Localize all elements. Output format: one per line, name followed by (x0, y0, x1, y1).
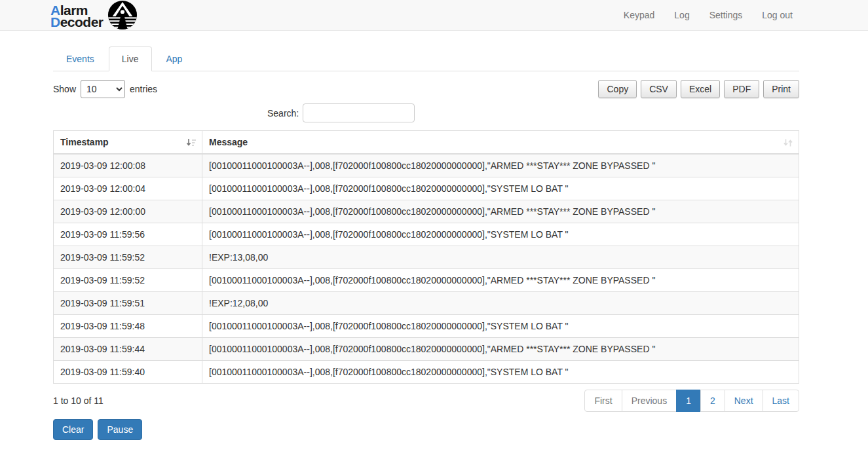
pagination-info: 1 to 10 of 11 (53, 395, 104, 406)
message-cell: [00100011000100003A--],008,[f702000f1008… (202, 177, 799, 200)
pagination-last[interactable]: Last (763, 390, 799, 412)
copy-button[interactable]: Copy (598, 80, 637, 98)
timestamp-cell: 2019-03-09 11:59:52 (54, 269, 202, 292)
pagination-next[interactable]: Next (725, 390, 763, 412)
view-tabs: Events Live App (53, 46, 799, 71)
pagination-page-1[interactable]: 1 (676, 390, 701, 412)
search-input[interactable] (303, 103, 415, 122)
clear-button[interactable]: Clear (53, 419, 93, 440)
navbar-menu: Keypad Log Settings Log out (614, 0, 802, 31)
brand-title: Alarm Decoder (50, 2, 104, 28)
table-row: 2019-03-09 11:59:52 !EXP:13,08,00 (54, 246, 799, 269)
search-label: Search: (267, 108, 299, 119)
table-row: 2019-03-09 11:59:51 !EXP:12,08,00 (54, 292, 799, 315)
timestamp-cell: 2019-03-09 11:59:48 (54, 315, 202, 338)
timestamp-cell: 2019-03-09 12:00:08 (54, 154, 202, 177)
timestamp-cell: 2019-03-09 11:59:56 (54, 223, 202, 246)
table-row: 2019-03-09 12:00:08 [00100011000100003A-… (54, 154, 799, 177)
table-row: 2019-03-09 11:59:52 [00100011000100003A-… (54, 269, 799, 292)
csv-button[interactable]: CSV (641, 80, 677, 98)
column-header-message[interactable]: Message (202, 131, 799, 155)
message-cell: [00100011000100003A--],008,[f702000f1008… (202, 338, 799, 361)
show-label: Show (53, 84, 76, 94)
live-log-table: Timestamp Message (53, 130, 799, 384)
pdf-button[interactable]: PDF (724, 80, 759, 98)
timestamp-cell: 2019-03-09 12:00:00 (54, 200, 202, 223)
message-cell: [00100011000100003A--],008,[f702000f1008… (202, 269, 799, 292)
timestamp-cell: 2019-03-09 11:59:52 (54, 246, 202, 269)
sort-descending-icon (186, 138, 197, 150)
timestamp-cell: 2019-03-09 11:59:44 (54, 338, 202, 361)
column-header-timestamp[interactable]: Timestamp (54, 131, 202, 155)
export-button-group: Copy CSV Excel PDF Print (594, 80, 799, 98)
message-cell: [00100011000100003A--],008,[f702000f1008… (202, 200, 799, 223)
pause-button[interactable]: Pause (98, 419, 142, 440)
excel-button[interactable]: Excel (681, 80, 720, 98)
message-cell: [00100011000100003A--],008,[f702000f1008… (202, 223, 799, 246)
pagination: First Previous 1 2 Next Last (584, 390, 799, 412)
tab-app[interactable]: App (153, 46, 196, 71)
nav-item-settings[interactable]: Settings (700, 0, 753, 31)
lighthouse-icon (107, 0, 138, 32)
message-cell: [00100011000100003A--],008,[f702000f1008… (202, 154, 799, 177)
nav-item-logout[interactable]: Log out (752, 0, 802, 31)
sort-unsorted-icon (783, 138, 793, 150)
table-row: 2019-03-09 11:59:56 [00100011000100003A-… (54, 223, 799, 246)
table-row: 2019-03-09 12:00:00 [00100011000100003A-… (54, 200, 799, 223)
table-row: 2019-03-09 11:59:40 [00100011000100003A-… (54, 361, 799, 384)
tab-events[interactable]: Events (53, 46, 107, 71)
message-cell: !EXP:13,08,00 (202, 246, 799, 269)
table-search: Search: (267, 103, 799, 122)
timestamp-cell: 2019-03-09 12:00:04 (54, 177, 202, 200)
pagination-page-2[interactable]: 2 (700, 390, 725, 412)
top-navbar: Alarm Decoder (0, 0, 868, 31)
pagination-first[interactable]: First (584, 390, 622, 412)
pagination-previous[interactable]: Previous (622, 390, 677, 412)
message-cell: !EXP:12,08,00 (202, 292, 799, 315)
entries-label: entries (130, 84, 157, 94)
table-row: 2019-03-09 11:59:44 [00100011000100003A-… (54, 338, 799, 361)
brand-logo[interactable]: Alarm Decoder (50, 0, 138, 32)
message-cell: [00100011000100003A--],008,[f702000f1008… (202, 361, 799, 384)
table-row: 2019-03-09 12:00:04 [00100011000100003A-… (54, 177, 799, 200)
nav-item-log[interactable]: Log (664, 0, 699, 31)
table-row: 2019-03-09 11:59:48 [00100011000100003A-… (54, 315, 799, 338)
timestamp-cell: 2019-03-09 11:59:40 (54, 361, 202, 384)
entries-select[interactable]: 10 (81, 80, 125, 98)
tab-live[interactable]: Live (109, 46, 152, 71)
timestamp-cell: 2019-03-09 11:59:51 (54, 292, 202, 315)
entries-length-control: Show 10 entries (53, 80, 157, 98)
print-button[interactable]: Print (763, 80, 799, 98)
table-header-row: Timestamp Message (54, 131, 799, 155)
message-cell: [00100011000100003A--],008,[f702000f1008… (202, 315, 799, 338)
nav-item-keypad[interactable]: Keypad (614, 0, 664, 31)
